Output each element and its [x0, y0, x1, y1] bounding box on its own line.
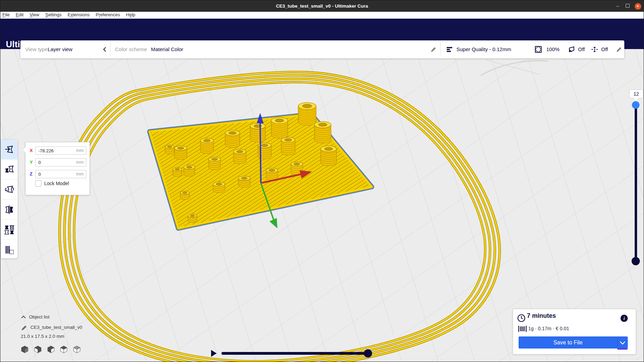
material-spool-icon [518, 325, 527, 333]
layer-number-bubble[interactable]: 12 [629, 89, 643, 98]
support-blocker-icon [4, 245, 15, 255]
play-button[interactable] [210, 350, 217, 357]
object-list-item[interactable]: CE3_tube_test_small_v0 [19, 323, 109, 332]
cube-top-right-icon[interactable] [34, 345, 42, 353]
cube-solid-icon[interactable] [21, 345, 29, 353]
model-icons-row [21, 345, 109, 354]
z-field: mm [35, 170, 86, 178]
profile-layers-icon [447, 47, 453, 52]
chevron-left-icon[interactable] [102, 46, 107, 53]
adhesion-setting[interactable]: Off [601, 40, 608, 58]
info-icon[interactable]: i [621, 315, 628, 322]
titlebar[interactable]: CE3_tube_test_small_v0 - Ultimaker Cura … [0, 0, 644, 12]
model-dimensions: 21.0 x 17.5 x 2.0 mm [21, 334, 64, 339]
z-input[interactable] [38, 171, 74, 178]
timeline-track[interactable] [221, 352, 370, 355]
cube-outline-icon[interactable] [73, 345, 81, 353]
menu-edit[interactable]: Edit [13, 12, 26, 18]
object-list-header[interactable]: Object list [19, 313, 109, 321]
view-type-dropdown[interactable]: Layer view [48, 40, 73, 58]
lock-model-label: Lock Model [44, 181, 69, 186]
maximize-icon [626, 4, 629, 8]
edit-print-settings-icon[interactable] [616, 47, 622, 52]
menu-extensions[interactable]: Extensions [65, 12, 92, 18]
print-time: 7 minutes [527, 312, 556, 320]
color-scheme-label: Color scheme [115, 40, 147, 58]
move-icon [4, 144, 15, 155]
layer-slider-track[interactable] [635, 105, 637, 261]
menu-settings[interactable]: Settings [43, 12, 64, 18]
infill-setting[interactable]: 100% [546, 40, 559, 58]
z-axis-label: Z [30, 171, 32, 177]
y-axis-label: Y [30, 160, 33, 165]
model-name: CE3_tube_test_small_v0 [30, 325, 82, 330]
mirror-tool-button[interactable] [1, 200, 18, 220]
object-list-title: Object list [29, 314, 49, 320]
z-axis-arrow[interactable] [260, 122, 261, 183]
menu-help[interactable]: Help [124, 12, 138, 18]
scale-tool-button[interactable] [1, 160, 18, 180]
lock-model-checkbox[interactable] [35, 180, 41, 187]
stage-menu-bar: View type Layer view Color scheme Materi… [20, 40, 624, 58]
clock-icon [517, 314, 525, 322]
rotate-tool-button[interactable] [1, 180, 18, 200]
chevron-up-icon [21, 315, 26, 319]
rotate-icon [4, 184, 15, 195]
material-usage: 1g · 0.17m · € 0.01 [528, 326, 569, 331]
infill-icon [535, 46, 542, 53]
profile-setting[interactable]: Super Quality - 0.12mm [456, 40, 511, 58]
menu-file[interactable]: File [0, 12, 12, 18]
cube-top-left-icon[interactable] [47, 345, 55, 353]
window-title: CE3_tube_test_small_v0 - Ultimaker Cura [0, 0, 644, 12]
scale-icon [4, 164, 15, 175]
support-setting[interactable]: Off [578, 40, 585, 58]
menu-preferences[interactable]: Preferences [93, 12, 122, 18]
plate-boundary-arc [481, 61, 548, 76]
timeline-handle[interactable] [364, 349, 372, 358]
adhesion-icon [591, 46, 598, 53]
position-panel: X mm Y mm Z mm Lock Model [25, 142, 90, 195]
support-blocker-button[interactable] [1, 240, 18, 259]
view-type-label: View type [25, 40, 48, 58]
close-icon: × [635, 3, 641, 10]
per-model-settings-button[interactable] [1, 220, 18, 240]
x-input[interactable] [38, 147, 74, 154]
cura-window: CE3_tube_test_small_v0 - Ultimaker Cura … [0, 0, 644, 362]
y-input[interactable] [38, 159, 74, 166]
tool-panel [1, 140, 18, 258]
pencil-icon [21, 325, 27, 331]
menu-bar: File Edit View Settings Extensions Prefe… [0, 12, 644, 19]
y-field: mm [35, 158, 86, 166]
maximize-button[interactable] [623, 0, 632, 12]
save-to-file-label: Save to File [519, 336, 617, 349]
print-summary-panel: 7 minutes 1g · 0.17m · € 0.01 Save to Fi… [513, 309, 636, 354]
save-to-file-button[interactable]: Save to File [519, 336, 628, 349]
object-list: Object list CE3_tube_test_small_v0 21.0 … [19, 313, 109, 354]
per-model-settings-icon [4, 225, 15, 235]
x-axis-label: X [30, 148, 33, 153]
minimize-button[interactable]: – [613, 0, 622, 12]
edit-pencil-icon[interactable] [431, 47, 436, 52]
chevron-down-icon[interactable] [619, 341, 626, 345]
x-field: mm [35, 146, 86, 155]
support-icon [568, 46, 575, 53]
mirror-icon [4, 204, 15, 215]
color-scheme-dropdown[interactable]: Material Color [151, 40, 183, 58]
cube-top-icon[interactable] [60, 345, 68, 353]
layer-slider-lower-handle[interactable] [632, 257, 640, 265]
close-button[interactable]: × [633, 0, 642, 12]
layer-slider-upper-handle[interactable] [632, 101, 640, 109]
menu-view[interactable]: View [27, 12, 42, 18]
move-tool-button[interactable] [1, 140, 18, 160]
